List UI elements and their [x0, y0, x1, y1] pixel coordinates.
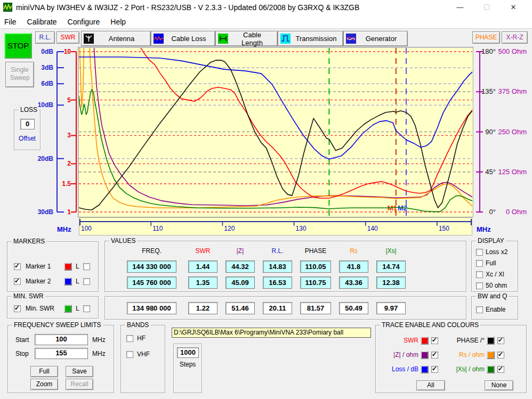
- bwq-enable-checkbox[interactable]: [476, 306, 483, 313]
- band-vhf-checkbox[interactable]: [126, 351, 133, 358]
- display-50-ohm-label: 50 ohm: [486, 282, 507, 289]
- antenna-icon: [84, 34, 94, 44]
- min-swr-value-cell: 20.11: [263, 302, 292, 314]
- trace-z-ohm-checkbox[interactable]: ✓: [431, 352, 438, 359]
- marker2-l-checkbox[interactable]: [83, 278, 90, 285]
- marker2-value-cell: 43.36: [339, 276, 368, 289]
- tab-label: Transmission: [295, 35, 337, 43]
- minimize-button[interactable]: —: [448, 0, 472, 15]
- tab-transmission[interactable]: Transmission: [278, 31, 343, 46]
- marker1-label: Marker 1: [26, 263, 51, 270]
- trace-swr-color-swatch[interactable]: [421, 337, 429, 345]
- chart-area[interactable]: M1M2: [78, 47, 473, 217]
- display-xc-xl-checkbox[interactable]: [476, 271, 483, 278]
- marker2-color-swatch[interactable]: [64, 278, 72, 286]
- trace-swr-label: SWR: [380, 337, 418, 344]
- tab-antenna[interactable]: Antenna: [81, 31, 151, 46]
- marker2-value-cell: 110.75: [300, 276, 331, 289]
- steps-label: Steps: [174, 361, 201, 368]
- display-loss-x2-checkbox[interactable]: [476, 249, 483, 256]
- sweep-panel-title: FREQUENCY SWEEP LIMITS: [12, 321, 103, 329]
- display-panel-title: DISPLAY: [476, 237, 506, 245]
- zoom-button[interactable]: Zoom: [30, 379, 58, 390]
- trace-phase-checkbox[interactable]: ✓: [497, 337, 504, 344]
- x-axis-tick-label: 100: [81, 225, 92, 232]
- trace-phase-color-swatch[interactable]: [487, 337, 495, 345]
- trace-rs-ohm-color-swatch[interactable]: [487, 351, 495, 359]
- values-header-r-l: R.L.: [263, 247, 292, 255]
- trace-panel-title: TRACE ENABLE AND COLOURS: [380, 321, 480, 329]
- stop-button[interactable]: STOP: [4, 33, 32, 59]
- marker1-enable-checkbox[interactable]: ✓: [14, 263, 21, 270]
- marker2-enable-checkbox[interactable]: ✓: [14, 278, 21, 285]
- start-freq-input[interactable]: 100: [35, 334, 88, 345]
- menu-file[interactable]: File: [4, 18, 17, 26]
- tab-cable-loss[interactable]: Cable Loss: [151, 31, 215, 46]
- marker1-value-cell: 44.32: [225, 260, 255, 273]
- tab-cable-length[interactable]: Cable Length: [215, 31, 278, 46]
- x-axis-tick-label: 110: [152, 225, 163, 232]
- mhz-label-right: MHz: [477, 225, 491, 233]
- trace-xs-ohm-checkbox[interactable]: ✓: [497, 366, 504, 373]
- marker1-l-label: L: [76, 263, 79, 270]
- db-axis-label: 20dB: [38, 154, 53, 163]
- rl-mode-button[interactable]: R.L.: [35, 31, 55, 44]
- trace-loss-db-checkbox[interactable]: ✓: [431, 366, 438, 373]
- maximize-button[interactable]: ☐: [474, 0, 499, 15]
- marker2-value-cell: 12.38: [376, 276, 406, 289]
- marker1-color-swatch[interactable]: [64, 263, 72, 271]
- steps-input[interactable]: 1000: [177, 347, 199, 358]
- menu-configure[interactable]: Configure: [68, 18, 100, 26]
- min-swr-value-cell: 134 980 000: [127, 302, 176, 314]
- ohm-axis-label: 125 Ohm: [498, 168, 527, 176]
- x-axis-tick-label: 150: [439, 225, 449, 232]
- phase-axis-label: 180°: [481, 47, 496, 56]
- display-full-label: Full: [486, 259, 496, 267]
- xrz-scale-button[interactable]: X-R-Z: [502, 31, 528, 44]
- title-bar: miniVNA by IW3HEV & IW3IJZ - 2 Port - RS…: [0, 0, 532, 15]
- save-button[interactable]: Save: [66, 366, 93, 377]
- tab-generator[interactable]: Generator: [343, 31, 408, 46]
- display-50-ohm-checkbox[interactable]: [476, 282, 483, 289]
- marker2-l-label: L: [76, 278, 79, 285]
- marker1-value-cell: 110.05: [300, 260, 331, 273]
- start-label: Start: [15, 336, 29, 344]
- display-full-checkbox[interactable]: [476, 260, 483, 267]
- trace-z-ohm-color-swatch[interactable]: [421, 351, 429, 359]
- min-swr-enable-checkbox[interactable]: ✓: [14, 305, 21, 312]
- min-swr-panel-title: MIN. SWR: [12, 292, 45, 300]
- band-hf-label: HF: [137, 335, 146, 342]
- bw-q-panel-title: BW and Q: [476, 292, 509, 300]
- db-axis-label: 0dB: [41, 47, 53, 56]
- minivna-window: miniVNA by IW3HEV & IW3IJZ - 2 Port - RS…: [0, 0, 532, 399]
- app-icon: [3, 3, 12, 12]
- menu-help[interactable]: Help: [110, 18, 126, 26]
- min-swr-color-swatch[interactable]: [64, 305, 72, 313]
- swr-mode-button[interactable]: SWR: [57, 31, 79, 44]
- band-vhf-label: VHF: [137, 351, 150, 358]
- trace-rs-ohm-checkbox[interactable]: ✓: [497, 352, 504, 359]
- min-swr-l-checkbox[interactable]: [83, 305, 90, 312]
- marker1-l-checkbox[interactable]: [83, 263, 90, 270]
- menu-calibrate[interactable]: Calibrate: [27, 18, 57, 26]
- marker1-value-cell: 14.74: [376, 260, 406, 273]
- transmission-icon: [280, 34, 291, 44]
- recall-button[interactable]: Recall: [66, 379, 93, 390]
- no-traces-button[interactable]: None: [485, 380, 513, 390]
- all-traces-button[interactable]: All: [416, 380, 445, 390]
- trace-swr-checkbox[interactable]: ✓: [431, 337, 438, 344]
- trace-xs-ohm-color-swatch[interactable]: [487, 365, 495, 373]
- band-hf-checkbox[interactable]: [126, 335, 133, 342]
- db-axis-label: 30dB: [38, 208, 53, 216]
- marker1-value-cell: 14.83: [263, 260, 292, 273]
- marker2-value-cell: 16.53: [263, 276, 292, 289]
- markers-panel-title: MARKERS: [12, 238, 46, 245]
- close-button[interactable]: ✕: [501, 0, 526, 15]
- phase-scale-button[interactable]: PHASE: [472, 31, 500, 44]
- trace-loss-db-color-swatch[interactable]: [421, 365, 429, 373]
- phase-axis-label: 90°: [485, 128, 496, 136]
- marker2-value-cell: 45.09: [225, 276, 255, 289]
- x-axis-tick-label: 120: [224, 225, 235, 232]
- full-button[interactable]: Full: [30, 366, 58, 377]
- stop-freq-input[interactable]: 155: [35, 348, 88, 359]
